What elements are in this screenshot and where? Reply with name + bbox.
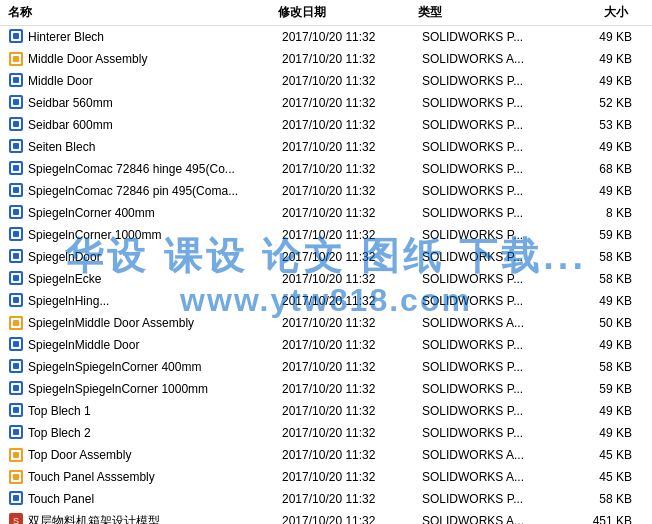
part-icon [9,381,23,398]
file-size: 59 KB [562,228,632,242]
table-row[interactable]: SpiegelnComac 72846 pin 495(Coma...2017/… [0,180,652,202]
table-header: 名称 修改日期 类型 大小 [0,0,652,26]
svg-rect-56 [13,429,19,435]
assembly-icon [9,448,23,462]
table-row[interactable]: SpiegelnMiddle Door2017/10/20 11:32SOLID… [0,334,652,356]
table-row[interactable]: Top Blech 22017/10/20 11:32SOLIDWORKS P.… [0,422,652,444]
table-row[interactable]: S双层物料机箱架设计模型2017/10/20 11:32SOLIDWORKS A… [0,510,652,524]
header-size[interactable]: 大小 [558,4,628,21]
table-row[interactable]: Middle Door2017/10/20 11:32SOLIDWORKS P.… [0,70,652,92]
header-type[interactable]: 类型 [418,4,558,21]
file-name: Top Door Assembly [28,448,282,462]
file-size: 68 KB [562,162,632,176]
file-name: SpiegelnMiddle Door [28,338,282,352]
table-row[interactable]: SpiegelnMiddle Door Assembly2017/10/20 1… [0,312,652,334]
svg-rect-2 [13,33,19,39]
file-date: 2017/10/20 11:32 [282,360,422,374]
file-name: Seidbar 600mm [28,118,282,132]
part-icon [9,249,23,266]
file-date: 2017/10/20 11:32 [282,404,422,418]
table-row[interactable]: Hinterer Blech2017/10/20 11:32SOLIDWORKS… [0,26,652,48]
part-icon [9,205,23,222]
table-row[interactable]: SpiegelnSpiegelnCorner 400mm2017/10/20 1… [0,356,652,378]
file-type: SOLIDWORKS P... [422,96,562,110]
file-name: SpiegelnSpiegelnCorner 1000mm [28,382,282,396]
file-type: SOLIDWORKS P... [422,426,562,440]
file-name: Seidbar 560mm [28,96,282,110]
table-row[interactable]: Touch Panel2017/10/20 11:32SOLIDWORKS P.… [0,488,652,510]
table-row[interactable]: Top Door Assembly2017/10/20 11:32SOLIDWO… [0,444,652,466]
file-type: SOLIDWORKS P... [422,294,562,308]
table-row[interactable]: Middle Door Assembly2017/10/20 11:32SOLI… [0,48,652,70]
table-row[interactable]: Top Blech 12017/10/20 11:32SOLIDWORKS P.… [0,400,652,422]
file-type: SOLIDWORKS P... [422,382,562,396]
table-row[interactable]: Touch Panel Asssembly2017/10/20 11:32SOL… [0,466,652,488]
file-name: SpiegelnComac 72846 hinge 495(Co... [28,162,282,176]
table-row[interactable]: SpiegelnEcke2017/10/20 11:32SOLIDWORKS P… [0,268,652,290]
svg-rect-59 [13,452,19,458]
svg-rect-35 [13,275,19,281]
file-name: SpiegelnSpiegelnCorner 400mm [28,360,282,374]
file-date: 2017/10/20 11:32 [282,470,422,484]
assembly-icon [9,52,23,66]
svg-rect-26 [13,209,19,215]
file-size: 49 KB [562,184,632,198]
header-date[interactable]: 修改日期 [278,4,418,21]
file-name: Touch Panel Asssembly [28,470,282,484]
svg-rect-47 [13,363,19,369]
file-name: SpiegelnCorner 400mm [28,206,282,220]
file-size: 49 KB [562,140,632,154]
file-type: SOLIDWORKS P... [422,404,562,418]
file-type: SOLIDWORKS P... [422,162,562,176]
svg-rect-32 [13,253,19,259]
file-date: 2017/10/20 11:32 [282,162,422,176]
file-size: 58 KB [562,360,632,374]
file-manager: 名称 修改日期 类型 大小 华设 课设 论文 图纸 下载... www.ytw8… [0,0,652,524]
svg-rect-5 [13,56,19,62]
assembly-icon [9,470,23,484]
file-date: 2017/10/20 11:32 [282,140,422,154]
file-name: Seiten Blech [28,140,282,154]
part-icon [9,359,23,376]
part-icon [9,73,23,90]
file-type: SOLIDWORKS P... [422,360,562,374]
table-row[interactable]: SpiegelnCorner 1000mm2017/10/20 11:32SOL… [0,224,652,246]
file-type: SOLIDWORKS P... [422,118,562,132]
table-row[interactable]: SpiegelnCorner 400mm2017/10/20 11:32SOLI… [0,202,652,224]
svg-rect-50 [13,385,19,391]
table-row[interactable]: SpiegelnHing...2017/10/20 11:32SOLIDWORK… [0,290,652,312]
part-icon [9,29,23,46]
file-size: 49 KB [562,404,632,418]
table-row[interactable]: Seidbar 560mm2017/10/20 11:32SOLIDWORKS … [0,92,652,114]
table-row[interactable]: SpiegelnSpiegelnCorner 1000mm2017/10/20 … [0,378,652,400]
file-type: SOLIDWORKS P... [422,228,562,242]
file-name: Top Blech 1 [28,404,282,418]
svg-text:S: S [13,516,19,525]
file-type: SOLIDWORKS A... [422,448,562,462]
table-row[interactable]: SpiegelnComac 72846 hinge 495(Co...2017/… [0,158,652,180]
svg-rect-29 [13,231,19,237]
table-row[interactable]: Seidbar 600mm2017/10/20 11:32SOLIDWORKS … [0,114,652,136]
table-row[interactable]: SpiegelnDoor2017/10/20 11:32SOLIDWORKS P… [0,246,652,268]
part-icon [9,227,23,244]
part-icon [9,161,23,178]
file-date: 2017/10/20 11:32 [282,294,422,308]
svg-rect-65 [13,495,19,501]
file-date: 2017/10/20 11:32 [282,250,422,264]
file-size: 53 KB [562,118,632,132]
file-date: 2017/10/20 11:32 [282,514,422,524]
part-icon [9,117,23,134]
file-type: SOLIDWORKS P... [422,30,562,44]
file-type: SOLIDWORKS A... [422,514,562,524]
file-size: 8 KB [562,206,632,220]
file-date: 2017/10/20 11:32 [282,52,422,66]
table-row[interactable]: Seiten Blech2017/10/20 11:32SOLIDWORKS P… [0,136,652,158]
file-list[interactable]: Hinterer Blech2017/10/20 11:32SOLIDWORKS… [0,26,652,524]
file-size: 45 KB [562,470,632,484]
file-size: 52 KB [562,96,632,110]
file-date: 2017/10/20 11:32 [282,96,422,110]
file-name: Touch Panel [28,492,282,506]
header-name[interactable]: 名称 [8,4,278,21]
assembly-icon [9,316,23,330]
file-size: 58 KB [562,250,632,264]
